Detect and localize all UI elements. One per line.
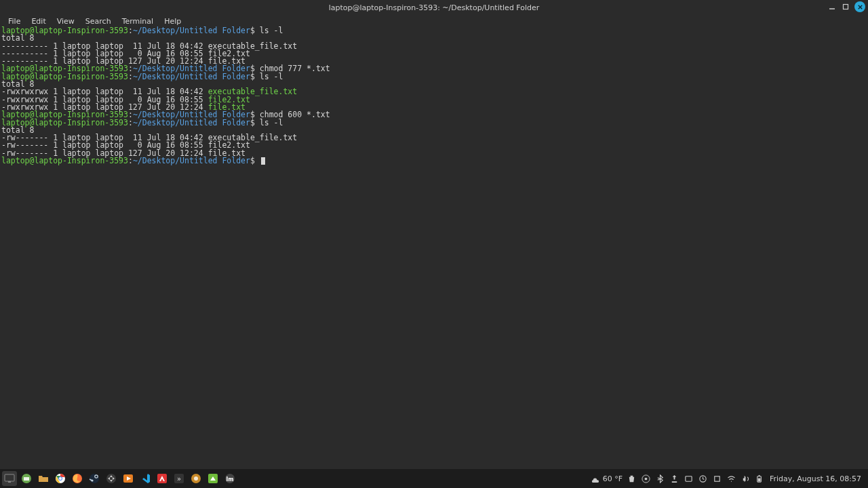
prompt-path: ~/Desktop/Untitled Folder <box>133 156 250 165</box>
window-controls <box>827 1 865 12</box>
app-b-launcher[interactable]: » <box>172 471 186 486</box>
prompt-path: ~/Desktop/Untitled Folder <box>133 26 250 35</box>
taskbar: » lm 60 °F <box>0 469 868 488</box>
menu-terminal[interactable]: Terminal <box>117 16 159 27</box>
svg-rect-34 <box>758 478 761 481</box>
menu-edit[interactable]: Edit <box>26 16 51 27</box>
svg-rect-29 <box>686 476 692 481</box>
svg-rect-31 <box>715 476 719 481</box>
prompt-path: ~/Desktop/Untitled Folder <box>133 118 250 127</box>
files-launcher[interactable] <box>19 471 34 486</box>
weather-widget[interactable]: 60 °F <box>591 474 623 483</box>
svg-rect-1 <box>844 5 848 9</box>
cursor <box>261 157 265 165</box>
svg-rect-7 <box>24 477 29 481</box>
prompt-dollar: $ <box>250 156 260 165</box>
steam-launcher[interactable] <box>87 471 102 486</box>
system-tray: 60 °F Friday, August 16, 08:57 <box>591 474 868 483</box>
prompt-dollar: $ <box>250 26 260 35</box>
svg-point-28 <box>645 477 648 480</box>
trash-icon[interactable] <box>627 474 637 483</box>
prompt-dollar: $ <box>250 72 260 81</box>
media-player-launcher[interactable] <box>121 471 136 486</box>
prompt-sep: : <box>128 26 133 35</box>
menu-file[interactable]: File <box>3 16 26 27</box>
firefox-launcher[interactable] <box>70 471 85 486</box>
svg-point-23 <box>194 476 198 481</box>
svg-text:lm: lm <box>226 476 233 483</box>
prompt-sep: : <box>128 156 133 165</box>
close-button[interactable] <box>854 1 865 12</box>
network-icon[interactable] <box>727 474 736 483</box>
minimize-button[interactable] <box>827 2 837 12</box>
bluetooth-icon[interactable] <box>656 474 665 483</box>
software-manager-launcher[interactable] <box>104 471 119 486</box>
terminal-viewport[interactable]: laptop@laptop-Inspiron-3593:~/Desktop/Un… <box>0 27 868 469</box>
prompt-user: laptop@laptop-Inspiron-3593 <box>1 156 128 165</box>
battery-icon[interactable] <box>755 474 765 483</box>
weather-text: 60 °F <box>603 474 623 483</box>
svg-rect-4 <box>5 474 14 481</box>
terminal-line: laptop@laptop-Inspiron-3593:~/Desktop/Un… <box>1 73 867 81</box>
app-a-launcher[interactable] <box>155 471 170 486</box>
taskbar-launchers: » lm <box>0 471 237 486</box>
tray-misc-a-icon[interactable] <box>684 474 694 483</box>
window-title: laptop@laptop-Inspiron-3593: ~/Desktop/U… <box>0 3 868 12</box>
terminal-line: laptop@laptop-Inspiron-3593:~/Desktop/Un… <box>1 27 867 35</box>
sound-icon[interactable] <box>741 474 751 483</box>
terminal-line: laptop@laptop-Inspiron-3593:~/Desktop/Un… <box>1 119 867 127</box>
app-c-launcher[interactable] <box>189 471 203 486</box>
svg-point-10 <box>59 477 62 480</box>
tray-misc-b-icon[interactable] <box>698 474 708 483</box>
menu-search[interactable]: Search <box>80 16 117 27</box>
obs-tray-icon[interactable] <box>642 474 651 483</box>
prompt-sep: : <box>128 72 133 81</box>
menu-view[interactable]: View <box>52 16 80 27</box>
clock[interactable]: Friday, August 16, 08:57 <box>770 474 861 483</box>
app-d-launcher[interactable] <box>205 471 220 486</box>
command-text: ls -l <box>260 26 283 35</box>
vscode-launcher[interactable] <box>138 471 153 486</box>
terminal-line: laptop@laptop-Inspiron-3593:~/Desktop/Un… <box>1 157 867 165</box>
show-desktop-button[interactable] <box>2 471 17 486</box>
prompt-path: ~/Desktop/Untitled Folder <box>133 72 250 81</box>
chrome-launcher[interactable] <box>53 471 68 486</box>
updates-icon[interactable] <box>670 474 679 483</box>
desktop-screen: laptop@laptop-Inspiron-3593: ~/Desktop/U… <box>0 0 868 488</box>
command-text: ls -l <box>260 118 283 127</box>
menu-help[interactable]: Help <box>159 16 186 27</box>
svg-text:»: » <box>177 475 181 483</box>
prompt-sep: : <box>128 118 133 127</box>
tray-misc-c-icon[interactable] <box>713 474 722 483</box>
prompt-dollar: $ <box>250 118 260 127</box>
window-titlebar: laptop@laptop-Inspiron-3593: ~/Desktop/U… <box>0 0 868 15</box>
svg-rect-5 <box>8 481 11 483</box>
weather-icon <box>591 474 600 483</box>
maximize-button[interactable] <box>841 2 850 12</box>
command-text: ls -l <box>260 72 283 81</box>
mint-menu-launcher[interactable]: lm <box>222 471 237 486</box>
svg-rect-33 <box>759 474 760 476</box>
file-manager-launcher[interactable] <box>36 471 51 486</box>
